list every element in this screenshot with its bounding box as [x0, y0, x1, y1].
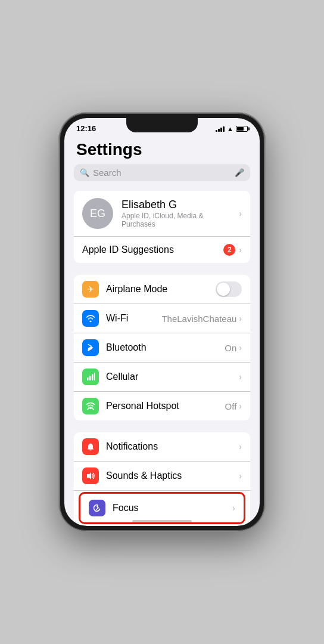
personal-hotspot-icon [82, 398, 99, 414]
notifications-chevron-icon: › [239, 442, 242, 451]
battery-fill [237, 127, 244, 131]
connectivity-group: ✈ Airplane Mode Wi-Fi [74, 275, 250, 420]
profile-subtitle: Apple ID, iCloud, Media & Purchases [122, 212, 239, 228]
cellular-row[interactable]: Cellular › [74, 363, 250, 392]
apple-id-suggestions-row[interactable]: Apple ID Suggestions 2 › [74, 237, 250, 263]
profile-row[interactable]: EG Elisabeth G Apple ID, iCloud, Media &… [74, 191, 250, 237]
svg-line-6 [92, 408, 94, 410]
apple-id-suggestions-label: Apple ID Suggestions [82, 244, 223, 255]
sounds-haptics-chevron-icon: › [239, 471, 242, 481]
apple-id-chevron-icon: › [239, 245, 242, 255]
sounds-haptics-icon [82, 467, 99, 484]
wifi-icon [82, 310, 99, 327]
signal-bar-4 [223, 126, 225, 132]
bluetooth-row[interactable]: Bluetooth On › [74, 333, 250, 363]
page-title: Settings [64, 135, 260, 164]
airplane-mode-row[interactable]: ✈ Airplane Mode [74, 275, 250, 304]
personal-hotspot-value: Off [225, 401, 237, 411]
focus-row[interactable]: Focus › [79, 492, 245, 524]
svg-rect-0 [87, 377, 89, 380]
toggle-knob [217, 283, 230, 296]
phone-notch [126, 118, 198, 132]
focus-label: Focus [113, 503, 232, 513]
profile-info: Elisabeth G Apple ID, iCloud, Media & Pu… [122, 199, 239, 228]
wifi-status-icon: ▲ [227, 125, 233, 132]
wifi-chevron-icon: › [239, 314, 242, 323]
wifi-label: Wi-Fi [106, 313, 161, 324]
sounds-haptics-row[interactable]: Sounds & Haptics › [74, 462, 250, 491]
personal-hotspot-label: Personal Hotspot [106, 401, 225, 411]
bluetooth-chevron-icon: › [239, 343, 242, 352]
profile-name: Elisabeth G [122, 199, 239, 211]
svg-marker-7 [87, 472, 91, 479]
svg-point-4 [89, 407, 92, 409]
bluetooth-label: Bluetooth [106, 342, 225, 353]
home-indicator[interactable] [132, 520, 192, 522]
status-time: 12:16 [76, 124, 96, 133]
profile-group: EG Elisabeth G Apple ID, iCloud, Media &… [74, 191, 250, 263]
svg-rect-1 [89, 376, 91, 381]
airplane-mode-label: Airplane Mode [106, 284, 216, 295]
personal-hotspot-chevron-icon: › [239, 401, 242, 411]
focus-chevron-icon: › [232, 503, 235, 513]
cellular-label: Cellular [106, 371, 239, 382]
search-input[interactable]: Search [93, 168, 231, 178]
sounds-haptics-label: Sounds & Haptics [106, 470, 239, 481]
notifications-row[interactable]: Notifications › [74, 432, 250, 462]
notifications-icon [82, 438, 99, 455]
personal-hotspot-row[interactable]: Personal Hotspot Off › [74, 392, 250, 420]
microphone-icon[interactable]: 🎤 [235, 168, 244, 177]
airplane-mode-icon: ✈ [82, 281, 99, 298]
bluetooth-value: On [225, 343, 236, 353]
svg-rect-3 [94, 373, 95, 380]
signal-bar-1 [216, 130, 217, 132]
airplane-mode-toggle[interactable] [216, 281, 242, 297]
wifi-value: TheLavishChateau [161, 314, 236, 324]
profile-chevron-icon: › [239, 209, 242, 218]
battery-icon [236, 126, 248, 132]
phone-screen: 12:16 ▲ Settings 🔍 Search [64, 118, 260, 526]
phone-frame: 12:16 ▲ Settings 🔍 Search [60, 113, 264, 531]
screen-content[interactable]: Settings 🔍 Search 🎤 EG Elisabeth G Apple… [64, 135, 260, 525]
svg-rect-2 [92, 374, 94, 381]
signal-bars-icon [216, 126, 225, 132]
svg-line-5 [88, 408, 89, 410]
focus-icon [89, 500, 105, 516]
cellular-icon [82, 369, 99, 385]
signal-bar-3 [220, 128, 222, 132]
apple-id-badge: 2 [223, 244, 235, 256]
signal-bar-2 [218, 129, 220, 132]
search-bar[interactable]: 🔍 Search 🎤 [74, 164, 250, 181]
wifi-row[interactable]: Wi-Fi TheLavishChateau › [74, 304, 250, 333]
cellular-chevron-icon: › [239, 372, 242, 382]
notifications-label: Notifications [106, 441, 239, 452]
search-icon: 🔍 [80, 168, 89, 177]
avatar: EG [82, 198, 113, 229]
notifications-group: Notifications › Sounds & Haptics › [74, 432, 250, 525]
status-icons: ▲ [216, 125, 248, 132]
bluetooth-icon [82, 339, 99, 356]
